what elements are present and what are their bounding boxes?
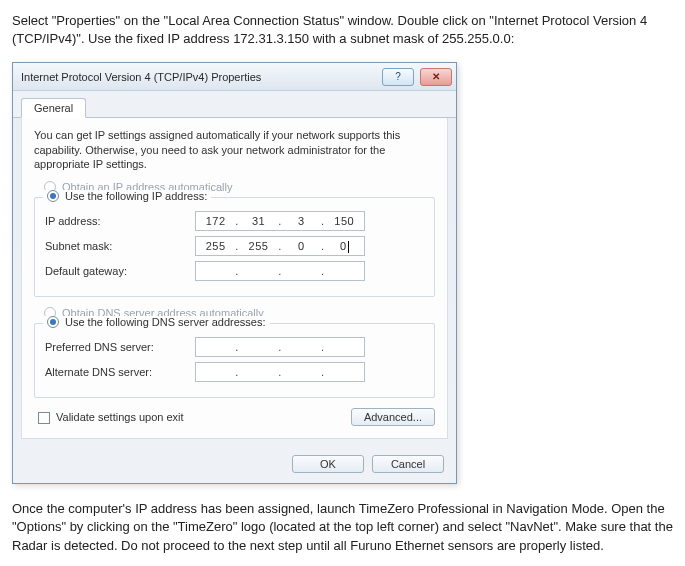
default-gateway-input[interactable]: . . . xyxy=(195,261,365,281)
subnet-mask-label: Subnet mask: xyxy=(45,240,195,252)
radio-use-ip[interactable]: Use the following IP address: xyxy=(43,190,211,202)
preferred-dns-row: Preferred DNS server: . . . xyxy=(45,337,424,357)
sub-octet-1: 255 xyxy=(201,240,231,252)
ok-button[interactable]: OK xyxy=(292,455,364,473)
validate-checkbox[interactable]: Validate settings upon exit xyxy=(38,411,184,424)
ip-address-input[interactable]: 172. 31. 3. 150 xyxy=(195,211,365,231)
radio-icon xyxy=(47,316,59,328)
ip-address-group: Use the following IP address: IP address… xyxy=(34,197,435,297)
sub-octet-4: 0 xyxy=(329,240,359,253)
title-bar: Internet Protocol Version 4 (TCP/IPv4) P… xyxy=(13,63,456,91)
ipv4-properties-dialog: Internet Protocol Version 4 (TCP/IPv4) P… xyxy=(12,62,457,484)
close-button[interactable]: ✕ xyxy=(420,68,452,86)
help-icon: ? xyxy=(395,71,401,82)
alternate-dns-input[interactable]: . . . xyxy=(195,362,365,382)
text-caret-icon xyxy=(348,241,349,253)
radio-label: Use the following IP address: xyxy=(65,190,207,202)
radio-label: Use the following DNS server addresses: xyxy=(65,316,266,328)
validate-label: Validate settings upon exit xyxy=(56,411,184,423)
dialog-actions: OK Cancel xyxy=(13,447,456,483)
radio-use-dns[interactable]: Use the following DNS server addresses: xyxy=(43,316,270,328)
ip-octet-4: 150 xyxy=(329,215,359,227)
default-gateway-label: Default gateway: xyxy=(45,265,195,277)
radio-icon xyxy=(47,190,59,202)
ip-address-row: IP address: 172. 31. 3. 150 xyxy=(45,211,424,231)
tab-strip: General xyxy=(13,91,456,118)
panel-description: You can get IP settings assigned automat… xyxy=(34,128,435,171)
validate-row: Validate settings upon exit Advanced... xyxy=(38,408,435,426)
preferred-dns-label: Preferred DNS server: xyxy=(45,341,195,353)
dns-group: Use the following DNS server addresses: … xyxy=(34,323,435,398)
ip-address-label: IP address: xyxy=(45,215,195,227)
ip-octet-2: 31 xyxy=(244,215,274,227)
alternate-dns-label: Alternate DNS server: xyxy=(45,366,195,378)
close-icon: ✕ xyxy=(432,71,440,82)
instruction-bottom: Once the computer's IP address has been … xyxy=(12,500,673,555)
subnet-mask-row: Subnet mask: 255. 255. 0. 0 xyxy=(45,236,424,256)
help-button[interactable]: ? xyxy=(382,68,414,86)
sub-octet-2: 255 xyxy=(244,240,274,252)
general-panel: You can get IP settings assigned automat… xyxy=(21,118,448,439)
checkbox-icon xyxy=(38,412,50,424)
instruction-top: Select "Properties" on the "Local Area C… xyxy=(12,12,673,48)
cancel-button[interactable]: Cancel xyxy=(372,455,444,473)
alternate-dns-row: Alternate DNS server: . . . xyxy=(45,362,424,382)
preferred-dns-input[interactable]: . . . xyxy=(195,337,365,357)
advanced-button[interactable]: Advanced... xyxy=(351,408,435,426)
tab-general[interactable]: General xyxy=(21,98,86,118)
window-title: Internet Protocol Version 4 (TCP/IPv4) P… xyxy=(21,71,261,83)
sub-octet-3: 0 xyxy=(286,240,316,252)
default-gateway-row: Default gateway: . . . xyxy=(45,261,424,281)
ip-octet-1: 172 xyxy=(201,215,231,227)
titlebar-buttons: ? ✕ xyxy=(382,68,452,86)
ip-octet-3: 3 xyxy=(286,215,316,227)
subnet-mask-input[interactable]: 255. 255. 0. 0 xyxy=(195,236,365,256)
